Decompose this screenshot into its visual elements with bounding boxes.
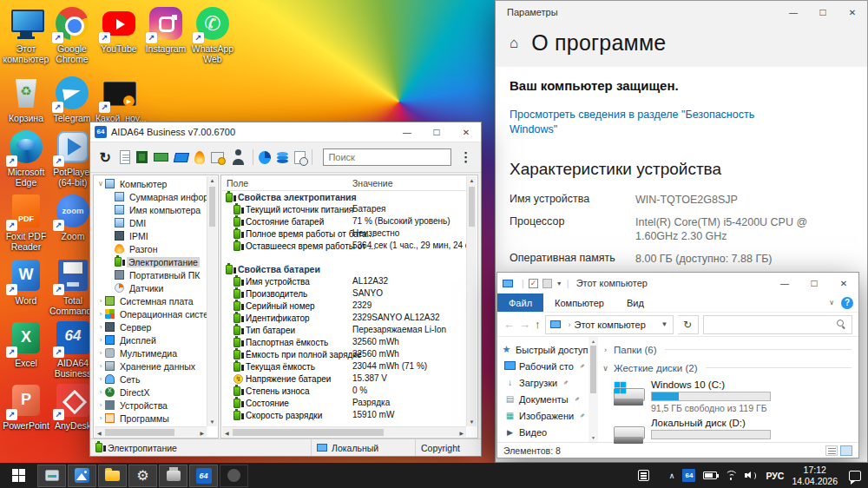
tree-item[interactable]: ›Дисплей <box>95 333 207 346</box>
start-button[interactable] <box>0 463 36 488</box>
collapse-ribbon-icon[interactable]: ∨ <box>829 299 834 307</box>
home-icon[interactable] <box>510 35 518 52</box>
list-row[interactable]: Серийный номер2329 <box>222 300 466 312</box>
settings-titlebar[interactable]: Параметры <box>496 1 867 23</box>
list-row[interactable]: Степень износа0 % <box>222 385 466 397</box>
desktop-icon-telegram[interactable]: ↗Telegram <box>49 75 95 124</box>
tree-item[interactable]: Датчики <box>95 281 207 294</box>
menu-kebab-icon[interactable] <box>457 147 474 168</box>
cpu-icon[interactable] <box>136 151 148 163</box>
nav-item-pictures[interactable]: Изображени✒ <box>504 407 589 424</box>
nav-item-documents[interactable]: Документы✒ <box>504 391 589 407</box>
language-indicator[interactable]: РУС <box>766 471 784 481</box>
report-schedule-icon[interactable] <box>294 151 305 164</box>
tree-item[interactable]: ›Устройства <box>95 399 207 412</box>
up-icon[interactable]: ↑ <box>535 318 541 331</box>
nav-item-video[interactable]: Видео <box>504 424 589 440</box>
desktop-icon-youtube[interactable]: ↗YouTube <box>95 5 142 55</box>
thumbnail-view-icon[interactable] <box>840 445 852 456</box>
tree-item[interactable]: Имя компьютера <box>95 203 207 216</box>
tree-item[interactable]: ›Сеть <box>95 373 207 386</box>
taskbar-app-settings[interactable] <box>128 465 157 487</box>
tree-item[interactable]: Портативный ПК <box>95 268 207 281</box>
gpu-icon[interactable] <box>174 153 189 162</box>
tree-item[interactable]: Электропитание <box>95 255 207 268</box>
desktop-icon-recycle-bin[interactable]: Корзина <box>3 75 49 124</box>
tree-item[interactable]: ›DirectX <box>95 386 207 399</box>
explorer-titlebar[interactable]: | ▼ | Этот компьютер <box>497 273 858 293</box>
tree-horizontal-scrollbar[interactable] <box>95 426 207 437</box>
help-icon[interactable] <box>841 297 853 309</box>
desktop-icon-my-computer[interactable]: Этот компьютер <box>3 5 49 64</box>
desktop-icon-foxit[interactable]: ↗Foxit PDF Reader <box>3 193 49 252</box>
tree-item[interactable]: Суммарная информ <box>95 190 207 203</box>
properties-icon[interactable] <box>529 279 538 288</box>
quick-access-dropdown-icon[interactable]: ▼ <box>556 280 562 287</box>
tree-item[interactable]: ›Хранение данных <box>95 359 207 373</box>
nav-item-star[interactable]: Быстрый доступ <box>501 341 589 358</box>
list-row[interactable]: Паспортная ёмкость32560 mWh <box>222 336 466 348</box>
battery-tray-icon[interactable] <box>703 472 717 479</box>
aida64-tray-icon[interactable] <box>682 469 695 482</box>
clock[interactable]: 17:12 14.04.2026 <box>792 465 838 486</box>
hidden-icons-chevron[interactable] <box>669 472 675 480</box>
menu-tab-1[interactable]: Компьютер <box>543 293 615 312</box>
list-header[interactable]: Поле Значение <box>222 176 466 191</box>
new-folder-icon[interactable] <box>542 279 552 288</box>
search-input[interactable] <box>323 148 451 166</box>
group-header[interactable]: ∨Жесткие диски (2) <box>602 359 852 377</box>
tree-item[interactable]: ›Операционная система <box>95 307 207 320</box>
list-row[interactable]: Ёмкость при полной зарядке32560 mWh <box>222 348 466 360</box>
tree-item[interactable]: ›Системная плата <box>95 294 207 307</box>
close-button[interactable] <box>838 1 867 23</box>
flame-icon[interactable] <box>194 151 205 164</box>
taskbar-app-task-manager[interactable] <box>37 465 66 487</box>
menu-tab-2[interactable]: Вид <box>615 293 655 312</box>
list-row[interactable]: Имя устройстваAL12A32 <box>222 275 466 287</box>
desktop-icon-excel[interactable]: ↗Excel <box>3 320 49 369</box>
tree-item[interactable]: ›Сервер <box>95 320 207 333</box>
list-row[interactable]: Тип батареиПерезаряжаемая Li-Ion <box>222 324 466 336</box>
list-row[interactable]: ПроизводительSANYO <box>222 287 466 300</box>
user-icon[interactable] <box>230 147 247 168</box>
maximize-button[interactable] <box>422 122 451 142</box>
chevron-down-icon[interactable]: ▼ <box>661 320 668 328</box>
list-row[interactable]: Идентификатор2329SANYO AL12A32 <box>222 312 466 324</box>
pie-chart-icon[interactable] <box>259 151 271 164</box>
desktop-icon-instagram[interactable]: ↗Instagram <box>142 5 189 55</box>
minimize-button[interactable] <box>392 122 422 142</box>
database-icon[interactable] <box>277 152 288 156</box>
tree-item[interactable]: Разгон <box>95 242 207 255</box>
nav-item-downloads[interactable]: Загрузки✒ <box>504 374 589 391</box>
taskbar-app-explorer[interactable] <box>98 465 127 487</box>
refresh-icon[interactable] <box>97 147 114 168</box>
list-row[interactable]: Свойства батареи <box>222 263 466 275</box>
tree-item[interactable]: ∨Компьютер <box>95 177 207 190</box>
close-button[interactable] <box>829 273 858 293</box>
taskbar-app-aida64[interactable] <box>189 465 218 487</box>
list-row[interactable]: Оставшееся время работы от ...5364 сек (… <box>222 240 466 252</box>
desktop-icon-video-file[interactable]: ↗Какой_ноу... <box>95 75 142 124</box>
breadcrumb[interactable]: › Этот компьютер ▼ <box>545 315 674 334</box>
security-link[interactable]: Просмотреть сведения в разделе "Безопасн… <box>510 108 770 137</box>
list-row[interactable]: Состояние батарей71 % (Высокий уровень) <box>222 215 466 228</box>
chevron-icon[interactable]: › <box>602 346 609 354</box>
tree-item[interactable]: IPMI <box>95 229 207 242</box>
maximize-button[interactable] <box>799 273 829 293</box>
list-horizontal-scrollbar[interactable] <box>222 426 466 437</box>
explorer-search-input[interactable] <box>709 320 838 330</box>
back-icon[interactable]: ← <box>503 318 515 331</box>
refresh-button[interactable] <box>678 315 699 334</box>
chevron-icon[interactable]: ∨ <box>602 364 609 373</box>
list-row[interactable]: Скорость разрядки15910 mW <box>222 409 466 421</box>
forward-icon[interactable]: → <box>519 318 530 331</box>
group-header[interactable]: ›Папки (6) <box>602 340 852 359</box>
nav-scrollbar[interactable] <box>589 337 598 442</box>
list-row[interactable]: Напряжение батареи15.387 V <box>222 373 466 385</box>
desktop-icon-word[interactable]: ↗Word <box>3 257 49 307</box>
desktop-icon-powerpoint[interactable]: ↗PowerPoint <box>3 382 49 432</box>
desktop-icon-chrome[interactable]: ↗Google Chrome <box>49 5 95 64</box>
taskbar-app-ghost[interactable] <box>220 465 248 487</box>
desktop-icon-edge[interactable]: ↗Microsoft Edge <box>3 129 49 188</box>
desktop-icon-whatsapp[interactable]: ↗WhatsApp Web <box>189 5 236 64</box>
